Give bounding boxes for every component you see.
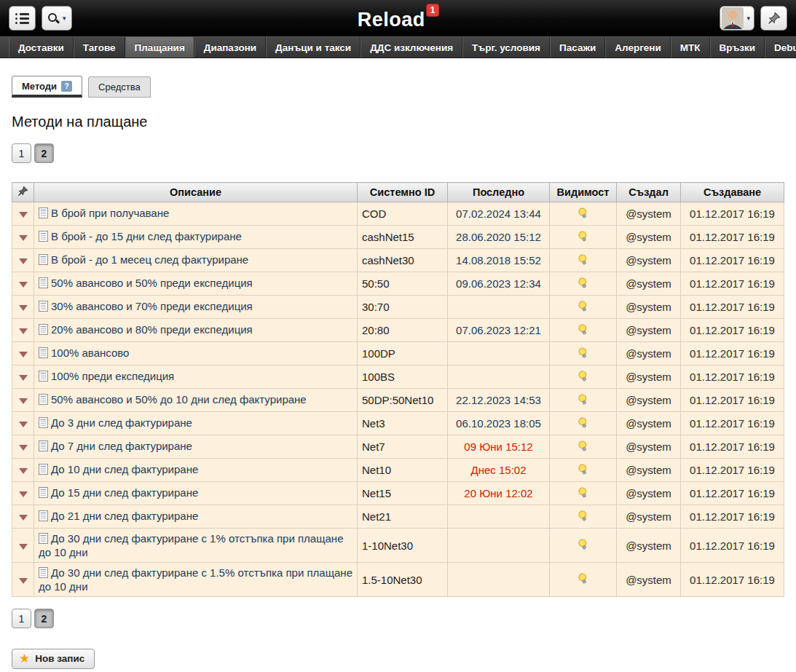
lightbulb-icon[interactable] bbox=[577, 463, 589, 475]
created-by-cell: @system bbox=[617, 529, 681, 563]
nav-tab-Плащания[interactable]: Плащания bbox=[125, 37, 194, 58]
notification-badge: 1 bbox=[427, 4, 439, 16]
method-description-link[interactable]: 100% преди експедиция bbox=[51, 370, 174, 382]
nav-tab-Търг. условия[interactable]: Търг. условия bbox=[462, 37, 550, 58]
lightbulb-icon[interactable] bbox=[577, 370, 589, 382]
row-menu-arrow-icon[interactable] bbox=[19, 445, 28, 451]
row-menu-arrow-icon[interactable] bbox=[19, 578, 28, 584]
help-icon[interactable]: ? bbox=[61, 81, 72, 92]
row-menu-arrow-icon[interactable] bbox=[19, 468, 28, 474]
last-used-link[interactable]: 09.06.2023 12:34 bbox=[456, 277, 541, 290]
method-description-link[interactable]: До 30 дни след фактуриране с 1.5% отстъп… bbox=[39, 566, 352, 593]
last-used-link[interactable]: 14.08.2018 15:52 bbox=[456, 254, 541, 266]
nav-tab-МТК[interactable]: МТК bbox=[671, 37, 710, 58]
row-menu-arrow-icon[interactable] bbox=[19, 544, 28, 550]
nav-tab-Диапазони[interactable]: Диапазони bbox=[194, 37, 266, 58]
lightbulb-icon[interactable] bbox=[577, 230, 589, 242]
row-menu-arrow-icon[interactable] bbox=[19, 352, 28, 357]
method-description-link[interactable]: До 15 дни след фактуриране bbox=[51, 486, 198, 499]
row-menu-arrow-icon[interactable] bbox=[19, 258, 28, 264]
column-header-Създал[interactable]: Създал bbox=[617, 183, 681, 202]
last-used-link[interactable]: 09 Юни 15:12 bbox=[464, 440, 532, 453]
lightbulb-icon[interactable] bbox=[577, 486, 589, 499]
lightbulb-icon[interactable] bbox=[577, 572, 589, 585]
row-menu-arrow-icon[interactable] bbox=[19, 515, 28, 521]
row-menu-arrow-icon[interactable] bbox=[19, 328, 28, 334]
nav-tab-Данъци и такси[interactable]: Данъци и такси bbox=[266, 37, 360, 58]
last-used-link[interactable]: 28.06.2020 15:12 bbox=[456, 231, 541, 243]
lightbulb-icon[interactable] bbox=[577, 300, 589, 312]
lightbulb-icon[interactable] bbox=[577, 253, 589, 266]
method-description-link[interactable]: В брой при получаване bbox=[51, 207, 169, 219]
created-at-cell: 01.12.2017 16:19 bbox=[681, 482, 784, 505]
nav-tab-Доставки[interactable]: Доставки bbox=[9, 37, 74, 58]
lightbulb-icon[interactable] bbox=[577, 323, 589, 336]
row-menu-arrow-icon[interactable] bbox=[19, 375, 28, 381]
page-button-1[interactable]: 1 bbox=[12, 143, 31, 163]
method-description-link[interactable]: 100% авансово bbox=[51, 347, 129, 359]
column-header-Създаване[interactable]: Създаване bbox=[681, 183, 784, 202]
created-by-cell: @system bbox=[617, 272, 681, 296]
method-description-link[interactable]: До 10 дни след фактуриране bbox=[51, 463, 198, 475]
column-header-Описание[interactable]: Описание bbox=[34, 183, 358, 202]
document-icon bbox=[39, 417, 48, 430]
method-description-link[interactable]: 30% авансово и 70% преди експедиция bbox=[51, 300, 253, 312]
last-used-link[interactable]: 07.06.2023 12:21 bbox=[456, 324, 541, 336]
lightbulb-icon[interactable] bbox=[577, 440, 589, 452]
document-icon bbox=[39, 510, 48, 523]
table-header-row: ОписаниеСистемно IDПоследноВидимостСъзда… bbox=[12, 183, 784, 202]
lightbulb-icon[interactable] bbox=[577, 207, 589, 219]
nav-tab-ДДС изключения[interactable]: ДДС изключения bbox=[360, 37, 462, 58]
document-icon bbox=[39, 277, 48, 290]
lightbulb-icon[interactable] bbox=[577, 538, 589, 550]
method-description-link[interactable]: До 3 дни след фактуриране bbox=[51, 416, 192, 429]
row-menu-arrow-icon[interactable] bbox=[19, 491, 28, 497]
system-id-cell: Net3 bbox=[358, 412, 448, 435]
last-used-link[interactable]: Днес 15:02 bbox=[471, 464, 527, 476]
user-menu-button[interactable]: ▾ bbox=[720, 6, 754, 31]
last-used-link[interactable]: 20 Юни 12:02 bbox=[464, 487, 532, 499]
lightbulb-icon[interactable] bbox=[577, 393, 589, 406]
column-header-Видимост[interactable]: Видимост bbox=[550, 183, 617, 202]
method-description-link[interactable]: В брой - до 1 месец след фактуриране bbox=[51, 253, 248, 266]
lightbulb-icon[interactable] bbox=[577, 277, 589, 289]
page-button-2[interactable]: 2 bbox=[34, 609, 54, 628]
row-menu-arrow-icon[interactable] bbox=[19, 235, 28, 241]
last-used-link[interactable]: 07.02.2024 13:44 bbox=[456, 207, 541, 220]
nav-tab-Алергени[interactable]: Алергени bbox=[605, 37, 671, 58]
row-menu-arrow-icon[interactable] bbox=[19, 398, 28, 404]
pin-button[interactable] bbox=[760, 6, 787, 31]
method-description-link[interactable]: 50% авансово и 50% до 10 дни след фактур… bbox=[51, 393, 307, 406]
row-menu-arrow-icon[interactable] bbox=[19, 212, 28, 218]
nav-tab-Пасажи[interactable]: Пасажи bbox=[550, 37, 605, 58]
lightbulb-icon[interactable] bbox=[577, 416, 589, 429]
nav-tab-Тагове[interactable]: Тагове bbox=[74, 37, 125, 58]
sub-tab-Методи[interactable]: Методи ? bbox=[12, 76, 82, 98]
method-description-link[interactable]: До 7 дни след фактуриране bbox=[51, 440, 192, 452]
search-button[interactable]: ▾ bbox=[42, 6, 72, 31]
row-menu-arrow-icon[interactable] bbox=[19, 305, 28, 311]
lightbulb-icon[interactable] bbox=[577, 347, 589, 359]
table-row: До 30 дни след фактуриране с 1% отстъпка… bbox=[12, 529, 784, 563]
page-button-1[interactable]: 1 bbox=[12, 609, 31, 628]
row-menu-arrow-icon[interactable] bbox=[19, 422, 28, 427]
last-used-link[interactable]: 22.12.2023 14:53 bbox=[456, 394, 541, 406]
new-record-button[interactable]: ★ Нов запис bbox=[12, 649, 95, 669]
page-button-2[interactable]: 2 bbox=[34, 143, 54, 163]
lightbulb-icon[interactable] bbox=[577, 510, 589, 522]
menu-button[interactable] bbox=[9, 6, 36, 31]
last-used-link[interactable]: 06.10.2023 18:05 bbox=[456, 417, 541, 430]
column-header-Системно ID[interactable]: Системно ID bbox=[358, 183, 448, 202]
nav-tab-Връзки[interactable]: Връзки bbox=[710, 37, 765, 58]
row-menu-arrow-icon[interactable] bbox=[19, 282, 28, 288]
method-description-link[interactable]: 50% авансово и 50% преди експедиция bbox=[51, 277, 253, 289]
column-header-Последно[interactable]: Последно bbox=[448, 183, 550, 202]
chevron-down-icon: ▾ bbox=[63, 15, 66, 22]
method-description-link[interactable]: 20% авансово и 80% преди експедиция bbox=[51, 323, 253, 336]
method-description-link[interactable]: До 21 дни след фактуриране bbox=[51, 510, 198, 522]
method-description-link[interactable]: До 30 дни след фактуриране с 1% отстъпка… bbox=[39, 532, 343, 558]
nav-tab-Debug[interactable]: Debug bbox=[765, 37, 796, 58]
method-description-link[interactable]: В брой - до 15 дни след фактуриране bbox=[51, 230, 242, 242]
sub-tab-Средства[interactable]: Средства bbox=[88, 76, 151, 98]
pin-column-header[interactable] bbox=[12, 183, 34, 202]
